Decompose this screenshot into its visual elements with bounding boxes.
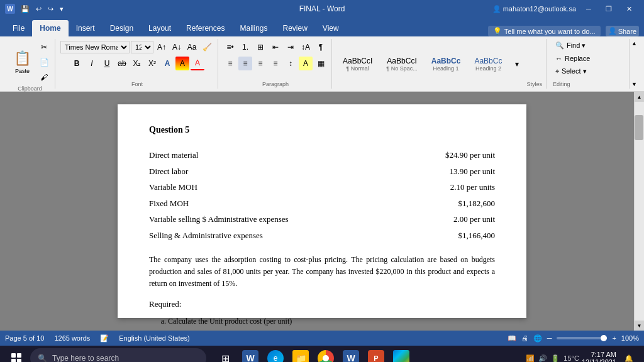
tab-layout[interactable]: Layout: [141, 20, 179, 36]
multilevel-list-btn[interactable]: ⊞: [253, 40, 267, 54]
tell-me-input[interactable]: 💡 Tell me what you want to do...: [488, 26, 601, 36]
change-case-btn[interactable]: Aa: [185, 40, 199, 54]
word2-taskbar-btn[interactable]: W: [340, 347, 362, 362]
scroll-up-icon[interactable]: ▲: [631, 40, 637, 47]
chrome-taskbar-btn[interactable]: [314, 347, 337, 362]
font-size-select[interactable]: 12: [131, 41, 153, 53]
tab-home[interactable]: Home: [32, 20, 68, 36]
cost-label-2: Variable MOH: [149, 181, 419, 194]
search-icon: 🔍: [38, 354, 47, 362]
font-color-btn[interactable]: A: [191, 57, 204, 70]
text-effects-btn[interactable]: A: [160, 57, 174, 70]
document-scrollbar: ▲ ▼: [634, 92, 644, 331]
taskview-btn[interactable]: ⊞: [214, 347, 236, 362]
undo-btn[interactable]: ↩: [34, 4, 43, 14]
taskbar-apps: ⊞ W e 📁 W P: [214, 347, 413, 362]
bold-button[interactable]: B: [70, 57, 84, 70]
tab-references[interactable]: References: [179, 20, 232, 36]
view-print-btn[interactable]: 🖨: [521, 334, 528, 342]
cost-label-3: Fixed MOH: [149, 197, 419, 210]
tab-design[interactable]: Design: [103, 20, 141, 36]
style-no-spacing[interactable]: AaBbCcI ¶ No Spac...: [380, 55, 423, 74]
cost-value-5: $1,166,400: [419, 229, 495, 242]
sort-btn[interactable]: ↕A: [299, 40, 313, 54]
zoom-thumb: [601, 335, 607, 341]
font-group: Times New Roman 12 A↑ A↓ Aa 🧹 B I U ab X…: [57, 39, 218, 89]
scroll-down-btn[interactable]: ▼: [635, 321, 645, 331]
align-right-btn[interactable]: ≡: [253, 57, 267, 70]
zoom-in-btn[interactable]: +: [612, 334, 616, 342]
scroll-down-icon[interactable]: ▼: [631, 81, 637, 87]
tab-view[interactable]: View: [315, 20, 347, 36]
cut-button[interactable]: ✂: [37, 40, 51, 54]
photos-taskbar-btn[interactable]: [390, 347, 413, 362]
text-highlight-btn[interactable]: A: [175, 57, 189, 70]
share-button[interactable]: 👤 Share: [606, 26, 639, 36]
numbering-btn[interactable]: 1.: [238, 40, 252, 54]
show-formatting-btn[interactable]: ¶: [314, 40, 328, 54]
underline-button[interactable]: U: [100, 57, 114, 70]
battery-icon[interactable]: 🔋: [551, 354, 560, 363]
minimize-btn[interactable]: ─: [579, 0, 599, 18]
scroll-thumb[interactable]: [635, 115, 643, 140]
network-icon[interactable]: 📶: [526, 354, 535, 363]
clear-formatting-btn[interactable]: 🧹: [200, 40, 214, 54]
taskbar-search[interactable]: 🔍 Type here to search: [30, 348, 206, 362]
select-button[interactable]: ⌖ Select ▾: [553, 66, 592, 77]
decrease-indent-btn[interactable]: ⇤: [269, 40, 282, 54]
document-page[interactable]: Question 5 Direct material $24.90 per un…: [118, 104, 526, 318]
italic-button[interactable]: I: [85, 57, 99, 70]
shading-btn[interactable]: A: [299, 57, 313, 70]
strikethrough-btn[interactable]: ab: [115, 57, 129, 70]
align-center-btn[interactable]: ≡: [238, 57, 252, 70]
style-normal[interactable]: AaBbCcI ¶ Normal: [337, 55, 378, 74]
style-heading1[interactable]: AaBbCc Heading 1: [426, 55, 467, 74]
customize-btn[interactable]: ▾: [58, 4, 65, 14]
view-web-btn[interactable]: 🌐: [533, 334, 542, 343]
requirements-list: Calculate the Unit product cost (per uni…: [149, 315, 495, 331]
close-btn[interactable]: ✕: [619, 0, 639, 18]
word2-app-icon: W: [343, 350, 359, 362]
save-quick-btn[interactable]: 💾: [19, 4, 31, 14]
paste-button[interactable]: 📋 Paste: [9, 49, 36, 75]
tab-review[interactable]: Review: [275, 20, 314, 36]
bullets-btn[interactable]: ≡•: [223, 40, 237, 54]
increase-font-btn[interactable]: A↑: [155, 40, 169, 54]
volume-icon[interactable]: 🔊: [538, 354, 547, 363]
tab-mailings[interactable]: Mailings: [232, 20, 275, 36]
restore-btn[interactable]: ❐: [599, 0, 619, 18]
scroll-up-btn[interactable]: ▲: [635, 92, 645, 102]
view-read-btn[interactable]: 📖: [508, 334, 516, 343]
justify-btn[interactable]: ≡: [269, 57, 282, 70]
align-left-btn[interactable]: ≡: [223, 57, 237, 70]
tab-file[interactable]: File: [5, 20, 32, 36]
page-indicator: Page 5 of 10: [5, 334, 44, 342]
powerpoint-taskbar-btn[interactable]: P: [365, 347, 387, 362]
find-button[interactable]: 🔍 Find ▾: [553, 40, 592, 51]
notification-icon: 🔔: [625, 354, 633, 363]
word-taskbar-btn[interactable]: W: [239, 347, 262, 362]
increase-indent-btn[interactable]: ⇥: [284, 40, 297, 54]
replace-button[interactable]: ↔ Replace: [553, 53, 592, 63]
font-name-select[interactable]: Times New Roman: [60, 41, 130, 53]
borders-btn[interactable]: ▦: [314, 57, 328, 70]
decrease-font-btn[interactable]: A↓: [170, 40, 184, 54]
files-taskbar-btn[interactable]: 📁: [289, 347, 312, 362]
styles-more-btn[interactable]: ▾: [510, 57, 524, 71]
notification-btn[interactable]: 🔔: [619, 348, 639, 362]
copy-button[interactable]: 📄: [37, 55, 51, 69]
file-explorer-icon: 📁: [292, 350, 309, 362]
redo-btn[interactable]: ↪: [46, 4, 55, 14]
start-button[interactable]: [5, 347, 28, 362]
zoom-slider[interactable]: [557, 337, 607, 339]
user-account[interactable]: 👤 mahaton12@outlook.sa: [492, 5, 576, 13]
format-painter-button[interactable]: 🖌: [37, 70, 51, 84]
style-heading2[interactable]: AaBbCc Heading 2: [469, 55, 508, 74]
zoom-out-btn[interactable]: ─: [547, 334, 552, 342]
superscript-btn[interactable]: X²: [145, 57, 159, 70]
edge-taskbar-btn[interactable]: e: [264, 347, 287, 362]
paste-icon: 📋: [14, 50, 31, 67]
subscript-btn[interactable]: X₂: [130, 57, 144, 70]
tab-insert[interactable]: Insert: [69, 20, 103, 36]
line-spacing-btn[interactable]: ↕: [284, 57, 297, 70]
